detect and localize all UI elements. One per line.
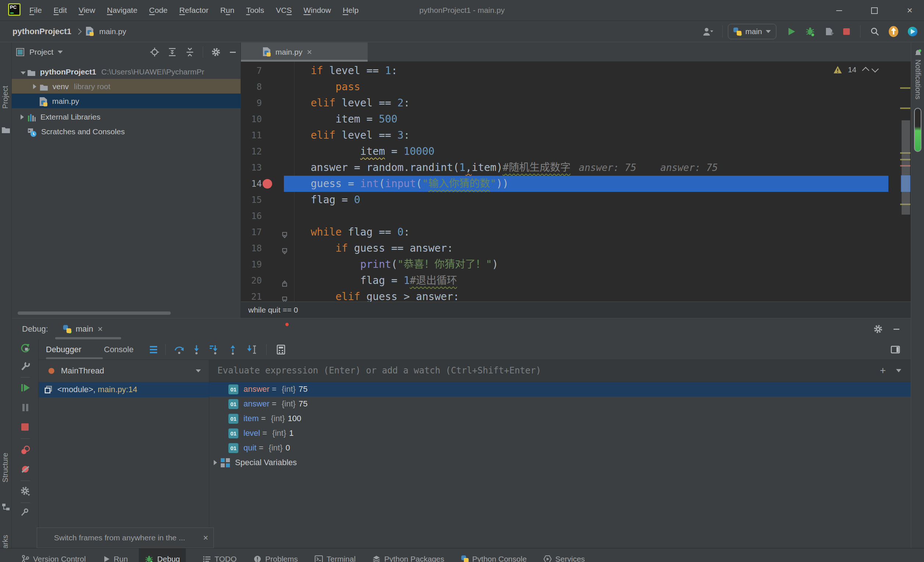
- menu-item-window[interactable]: Window: [297, 6, 337, 15]
- user-icon[interactable]: [702, 27, 713, 36]
- editor-scrollbar[interactable]: [902, 120, 910, 215]
- settings-gear-icon[interactable]: [873, 324, 883, 334]
- settings-gear-icon[interactable]: [20, 486, 30, 498]
- menu-item-edit[interactable]: Edit: [48, 6, 73, 15]
- code-line-16[interactable]: 16: [241, 208, 911, 224]
- horizontal-scrollbar[interactable]: [18, 311, 171, 315]
- tree-item-external-libraries[interactable]: External Libraries: [12, 109, 240, 124]
- code-line-10[interactable]: 10 item = 500: [241, 111, 911, 127]
- code-line-17[interactable]: 17while flag == 0:: [241, 224, 911, 240]
- stop-icon[interactable]: [20, 422, 30, 433]
- coverage-icon[interactable]: [824, 26, 834, 37]
- run-icon[interactable]: [786, 26, 796, 37]
- code-line-13[interactable]: 13answer = random.randint(1,item)#随机生成数字…: [241, 160, 911, 176]
- variable-row-answer[interactable]: 01answer = {int}75: [209, 382, 911, 396]
- inspections-widget[interactable]: 14: [833, 65, 879, 74]
- next-problem-icon[interactable]: [872, 65, 879, 73]
- update-icon[interactable]: [888, 25, 899, 38]
- tree-item-venv[interactable]: venvlibrary root: [12, 79, 240, 94]
- bottom-tab-version-control[interactable]: Version Control: [21, 549, 86, 562]
- fold-marker-icon[interactable]: [282, 293, 288, 302]
- thread-selector[interactable]: MainThread: [39, 360, 209, 382]
- frame-row[interactable]: <module>, main.py:14: [39, 382, 209, 397]
- variable-row-item[interactable]: 01item = {int}100: [209, 411, 911, 426]
- code-line-11[interactable]: 11elif level == 3:: [241, 127, 911, 143]
- menu-item-help[interactable]: Help: [337, 6, 364, 15]
- bottom-tab-problems[interactable]: Problems: [254, 549, 298, 562]
- bell-icon[interactable]: [915, 49, 922, 58]
- evaluate-expression-field[interactable]: Evaluate expression (Enter) or add a wat…: [209, 360, 911, 382]
- close-hint-icon[interactable]: ×: [203, 528, 208, 548]
- menu-item-view[interactable]: View: [73, 6, 101, 15]
- variable-row-quit[interactable]: 01quit = {int}0: [209, 441, 911, 455]
- code-line-14[interactable]: 14guess = int(input("输入你猜的数")): [241, 176, 911, 192]
- code-line-20[interactable]: 20 flag = 1#退出循环: [241, 272, 911, 289]
- tree-chevron[interactable]: [21, 110, 27, 124]
- force-step-into-icon[interactable]: [209, 344, 219, 356]
- code-line-19[interactable]: 19 print("恭喜！你猜对了！"): [241, 256, 911, 272]
- chevron-down-icon[interactable]: [58, 51, 63, 54]
- tab-console[interactable]: Console: [104, 339, 134, 360]
- code-line-18[interactable]: 18 if guess == answer:: [241, 240, 911, 256]
- locate-icon[interactable]: [150, 47, 159, 57]
- tree-item-pythonproject1[interactable]: pythonProject1C:\Users\HUAWEI\PycharmPr: [12, 64, 240, 79]
- menu-item-tools[interactable]: Tools: [240, 6, 270, 15]
- layout-icon[interactable]: [890, 344, 900, 356]
- code-line-15[interactable]: 15flag = 0: [241, 192, 911, 208]
- tab-debugger[interactable]: Debugger: [46, 339, 81, 360]
- variable-row-answer[interactable]: 01answer = {int}75: [209, 396, 911, 411]
- settings-gear-icon[interactable]: [211, 47, 221, 57]
- bottom-tab-python-console[interactable]: Python Console: [461, 549, 526, 562]
- stripe-structure-button[interactable]: Structure: [1, 453, 9, 483]
- expand-all-icon[interactable]: [168, 47, 177, 57]
- menu-item-navigate[interactable]: Navigate: [101, 6, 143, 15]
- step-into-icon[interactable]: [191, 344, 202, 356]
- minimize-icon[interactable]: [834, 6, 844, 15]
- code-line-21[interactable]: 21 elif guess > answer:: [241, 289, 911, 302]
- code-line-9[interactable]: 9elif level == 2:: [241, 95, 911, 111]
- hide-icon[interactable]: [229, 48, 237, 56]
- bottom-tab-services[interactable]: Services: [543, 549, 585, 562]
- close-session-icon[interactable]: ×: [98, 325, 103, 333]
- add-watch-icon[interactable]: +: [880, 365, 886, 377]
- code-area[interactable]: 14 7if level == 1:8 pass9elif level == 2…: [241, 61, 911, 302]
- tree-item-main-py[interactable]: main.py: [12, 94, 240, 108]
- menu-item-refactor[interactable]: Refactor: [173, 6, 214, 15]
- breakpoint-icon[interactable]: [262, 179, 272, 188]
- mute-breakpoints-icon[interactable]: [20, 464, 30, 476]
- restore-icon[interactable]: [869, 6, 880, 15]
- breadcrumb-file[interactable]: main.py: [99, 27, 126, 36]
- rerun-icon[interactable]: [20, 343, 30, 355]
- wrench-icon[interactable]: [20, 361, 30, 373]
- collapse-all-icon[interactable]: [185, 47, 195, 57]
- prev-problem-icon[interactable]: [862, 67, 869, 74]
- stop-icon[interactable]: [842, 27, 851, 36]
- stripe-project-button[interactable]: Project: [1, 86, 9, 109]
- code-with-me-icon[interactable]: [907, 26, 918, 37]
- close-icon[interactable]: ×: [904, 5, 915, 16]
- bottom-tab-terminal[interactable]: Terminal: [315, 549, 356, 562]
- menu-item-file[interactable]: File: [24, 6, 48, 15]
- breadcrumb-project[interactable]: pythonProject1: [12, 27, 71, 36]
- pause-icon[interactable]: [20, 402, 30, 414]
- menu-item-code[interactable]: Code: [143, 6, 173, 15]
- pin-icon[interactable]: [20, 507, 30, 518]
- fold-marker-icon[interactable]: [282, 277, 288, 290]
- show-execution-point-icon[interactable]: [149, 344, 159, 356]
- variable-row-level[interactable]: 01level = {int}1: [209, 426, 911, 441]
- run-config-select[interactable]: main: [728, 24, 776, 39]
- project-panel-title[interactable]: Project: [29, 48, 53, 57]
- code-line-8[interactable]: 8 pass: [241, 79, 911, 95]
- menu-item-run[interactable]: Run: [214, 6, 240, 15]
- variable-row-special-variables[interactable]: Special Variables: [209, 455, 911, 470]
- fold-marker-icon[interactable]: [282, 229, 288, 241]
- hide-icon[interactable]: [892, 325, 900, 333]
- close-tab-icon[interactable]: ×: [307, 48, 312, 56]
- bottom-tab-todo[interactable]: TODO: [203, 549, 237, 562]
- tree-chevron[interactable]: [21, 64, 27, 79]
- inspection-indicator[interactable]: [914, 108, 921, 152]
- bottom-tab-python-packages[interactable]: Python Packages: [372, 549, 444, 562]
- code-line-12[interactable]: 12 item = 10000: [241, 143, 911, 160]
- stripe-notifications-button[interactable]: Notifications: [914, 60, 922, 99]
- chevron-down-icon[interactable]: [896, 369, 901, 372]
